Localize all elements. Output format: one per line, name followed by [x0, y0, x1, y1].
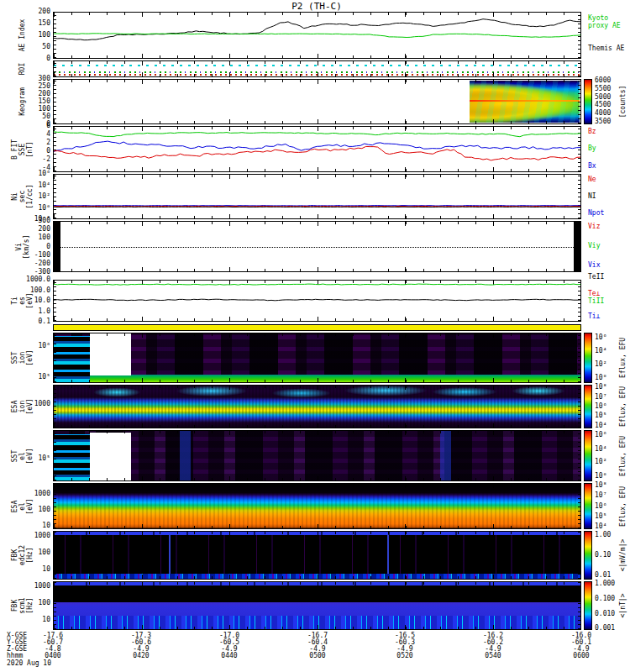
ytick-ni: 10⁴	[0, 182, 50, 189]
series-temp	[54, 281, 580, 321]
colorbar-tick-keo: 5500	[595, 86, 620, 92]
colorbar-tick-sst_el: 10⁶	[595, 432, 620, 438]
x-minor-ticks	[54, 269, 580, 271]
colorbar-tick-esa_el: 10⁴	[595, 523, 620, 530]
colorbar-fbk_e	[584, 531, 592, 580]
x-major-ticks	[54, 524, 580, 528]
colorbar-tick-keo: 5000	[595, 94, 620, 101]
ytick-sst_ion: 10⁶	[0, 343, 50, 349]
ytick-ae: 50	[0, 44, 50, 50]
y-minor-ticks-right	[578, 532, 580, 579]
ytick-temp: 1.0	[0, 308, 50, 315]
legend-viz: Viz	[588, 223, 629, 231]
ytick-temp: 0.1	[0, 318, 50, 325]
ytick-vi: -200	[0, 260, 50, 267]
ytick-esa_ion: 1000	[0, 401, 50, 407]
line-by	[54, 132, 580, 137]
ytick-vi: 100	[0, 234, 50, 241]
ytick-keo: 100	[0, 106, 50, 113]
xaxis-value: 0400	[45, 653, 60, 659]
y-minor-ticks-right	[578, 484, 580, 528]
colorbar-sst_ion	[584, 333, 592, 383]
ytick-ae: 200	[0, 8, 50, 15]
panel-esa_el	[53, 483, 581, 529]
colorbar-tick-sst_el: 10⁰	[595, 473, 620, 480]
colorbar-unit-fbk_b: <|nT|>	[619, 594, 627, 618]
ytick-temp: 1000.0	[0, 276, 50, 283]
vi-lbar-region	[54, 222, 60, 271]
xaxis-value: 0440	[221, 653, 237, 659]
ytick-ae: 0	[0, 55, 50, 62]
colorbar-tick-esa_ion: 10⁸	[595, 384, 620, 391]
ytick-vi: -300	[0, 269, 50, 276]
x-minor-ticks	[54, 74, 580, 76]
vi-zero-region	[60, 247, 574, 248]
colorbar-tick-sst_ion: 10⁴	[595, 348, 620, 354]
ytick-keo: 200	[0, 91, 50, 97]
sst_ion-gap-region	[90, 333, 131, 375]
colorbar-tick-esa_ion: 10⁶	[595, 403, 620, 410]
ytick-bfit: 2	[0, 139, 50, 146]
x-major-ticks	[54, 333, 580, 338]
colorbar-unit-keo: [counts]	[619, 86, 627, 118]
panel-keo	[53, 79, 581, 124]
x-major-ticks	[54, 386, 580, 390]
colorbar-tick-fbk_b: 0.100	[595, 596, 620, 602]
x-minor-ticks	[54, 526, 580, 528]
colorbar-tick-keo: 4500	[595, 102, 620, 108]
colorbar-tick-fbk_b: 1.000	[595, 580, 620, 587]
ytick-fbk_e: 10	[0, 566, 50, 573]
x-major-ticks	[54, 484, 580, 488]
x-major-ticks	[54, 267, 580, 271]
ytick-vi: 300	[0, 218, 50, 224]
colorbar-tick-fbk_e: 1.00	[595, 532, 620, 538]
colorbar-unit-sst_el: Eflux, EFU	[619, 435, 627, 475]
sst_el-stripes-region	[54, 434, 90, 480]
y-minor-ticks-right	[578, 386, 580, 428]
ytick-vi: 0	[0, 244, 50, 250]
panel-roi	[53, 60, 581, 77]
colorbar-tick-keo: 4000	[595, 110, 620, 117]
colorbar-unit-esa_el: Eflux, EFU	[619, 486, 627, 526]
series-ni	[54, 175, 580, 218]
x-major-ticks	[54, 431, 580, 435]
keo-blob-region	[470, 81, 580, 123]
ytick-bfit: -2	[0, 156, 50, 163]
fbk_b-bbb-region	[54, 616, 580, 629]
panel-fbk_b	[53, 581, 581, 630]
colorbar-tick-keo: 6000	[595, 77, 620, 84]
legend-teii: TeII	[588, 274, 629, 281]
series-bfit	[54, 127, 580, 171]
colorbar-fbk_b	[584, 581, 592, 630]
colorbar-tick-esa_el: 10⁸	[595, 482, 620, 489]
colorbar-tick-sst_el: 10²	[595, 459, 620, 465]
colorbar-tick-esa_el: 10⁵	[595, 513, 620, 520]
x-major-ticks	[54, 61, 580, 66]
ytick-esa_el: 1000	[0, 491, 50, 497]
panel-esa_ion	[53, 385, 581, 428]
y-minor-ticks-right	[578, 61, 580, 76]
ytick-vi: 200	[0, 226, 50, 233]
colorbar-tick-esa_el: 10⁶	[595, 503, 620, 510]
summary-plot: P2 (TH-C) AE Index200150100500Kyoto prox…	[0, 0, 630, 672]
ytick-temp: 100.0	[0, 287, 50, 294]
x-minor-ticks	[54, 222, 580, 224]
ytick-bfit: 0	[0, 148, 50, 155]
legend-bz: Bz	[588, 129, 629, 136]
series-ae	[54, 13, 580, 58]
ytick-temp: 10.0	[0, 297, 50, 304]
ytick-fbk_b: 10	[0, 617, 50, 623]
ytick-sst_ion: 10⁵	[0, 374, 50, 381]
panel-vi	[53, 221, 581, 272]
fbk_b-mid-region	[54, 602, 580, 617]
colorbar-unit-esa_ion: Eflux, EFU	[619, 386, 627, 427]
x-minor-ticks	[54, 61, 580, 64]
ytick-esa_el: 10	[0, 522, 50, 529]
colorbar-tick-sst_el: 10⁴	[595, 446, 620, 453]
colorbar-tick-sst_ion: 10⁰	[595, 375, 620, 381]
line-tiii	[54, 284, 580, 285]
legend-npot: Npot	[588, 210, 629, 218]
sst_el-gap-region	[90, 433, 131, 480]
legend-ti⊥: Ti⊥	[588, 313, 629, 321]
ylabel-sst_ion: SST ion [eV]	[11, 349, 34, 365]
